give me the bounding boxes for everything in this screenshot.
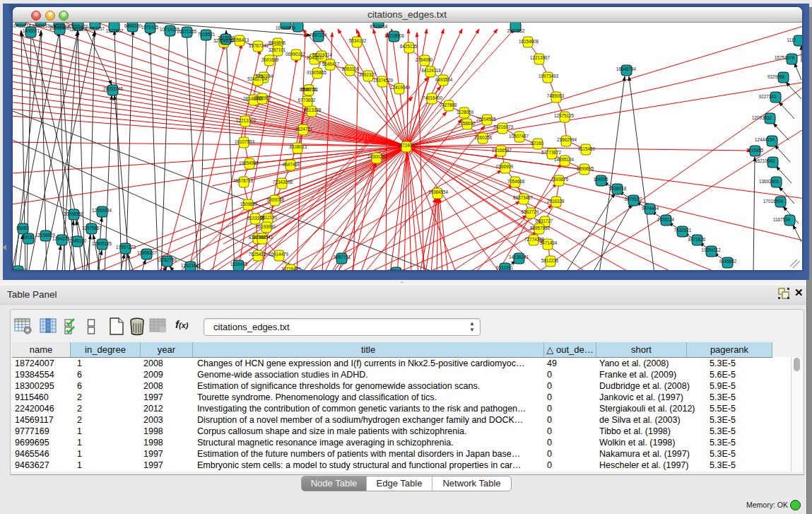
svg-text:8053100: 8053100	[341, 66, 359, 71]
svg-text:5534192: 5534192	[348, 38, 366, 43]
svg-text:36193990: 36193990	[255, 224, 276, 229]
svg-text:85081: 85081	[16, 226, 29, 230]
svg-text:11716485: 11716485	[281, 267, 301, 270]
svg-text:10433218: 10433218	[13, 23, 31, 28]
svg-text:1509839: 1509839	[240, 201, 257, 206]
svg-text:8471626: 8471626	[688, 237, 705, 242]
svg-text:89373467: 89373467	[512, 195, 533, 200]
svg-text:20691406: 20691406	[49, 25, 69, 30]
svg-text:5812236: 5812236	[541, 258, 558, 263]
svg-text:2687682: 2687682	[507, 28, 524, 33]
svg-text:74016400: 74016400	[422, 95, 442, 100]
svg-text:6031931: 6031931	[495, 265, 513, 270]
svg-text:12905185: 12905185	[91, 241, 112, 246]
svg-text:9593103: 9593103	[13, 268, 28, 270]
svg-text:3471434: 3471434	[539, 240, 557, 245]
svg-text:6562729: 6562729	[521, 209, 539, 214]
svg-text:88957986: 88957986	[529, 226, 550, 230]
svg-text:28053346: 28053346	[102, 86, 123, 91]
svg-text:12213967: 12213967	[529, 55, 550, 60]
svg-text:7054668: 7054668	[507, 179, 524, 184]
svg-text:1128059: 1128059	[456, 110, 473, 115]
svg-text:9245652: 9245652	[719, 259, 736, 264]
svg-text:19374529: 19374529	[372, 78, 393, 83]
svg-text:12359934: 12359934	[91, 208, 112, 213]
svg-text:7515526: 7515526	[217, 35, 235, 40]
svg-text:13692901: 13692901	[758, 179, 779, 184]
svg-text:06990162: 06990162	[285, 52, 305, 57]
svg-text:6773602: 6773602	[298, 98, 315, 103]
svg-text:6466160: 6466160	[124, 23, 141, 28]
svg-text:39151: 39151	[22, 235, 35, 240]
svg-text:19300213: 19300213	[367, 154, 387, 159]
svg-text:0647468: 0647468	[282, 162, 300, 167]
svg-text:16107553: 16107553	[234, 139, 254, 144]
svg-text:1161559: 1161559	[69, 27, 86, 32]
svg-text:0366909: 0366909	[495, 164, 513, 169]
svg-text:7693676: 7693676	[551, 177, 568, 182]
svg-text:16782759: 16782759	[156, 257, 177, 262]
svg-text:10653257: 10653257	[84, 26, 105, 31]
svg-text:12213303: 12213303	[235, 118, 256, 123]
svg-text:2784980: 2784980	[415, 57, 433, 62]
svg-text:14136141: 14136141	[508, 255, 529, 259]
svg-text:0831727: 0831727	[535, 218, 553, 223]
svg-text:12419049: 12419049	[389, 85, 410, 90]
svg-text:8813054: 8813054	[370, 24, 387, 29]
svg-text:10958107: 10958107	[136, 250, 157, 255]
svg-text:18724007: 18724007	[396, 143, 417, 148]
svg-text:2691669: 2691669	[261, 57, 278, 62]
svg-text:17957273: 17957273	[115, 245, 136, 250]
svg-text:51462704: 51462704	[247, 76, 267, 81]
svg-text:2935114: 2935114	[657, 217, 674, 222]
svg-text:16154808: 16154808	[518, 39, 539, 44]
svg-text:3092327: 3092327	[358, 72, 376, 77]
svg-text:12923448: 12923448	[180, 263, 201, 268]
svg-text:9329966: 9329966	[767, 74, 784, 79]
svg-text:32975867: 32975867	[81, 226, 102, 230]
svg-text:15751074: 15751074	[774, 55, 794, 60]
svg-text:3287101: 3287101	[268, 47, 286, 52]
svg-text:3215955: 3215955	[746, 148, 763, 153]
svg-text:10973493: 10973493	[538, 74, 558, 78]
svg-text:7485063: 7485063	[546, 93, 564, 98]
svg-text:1345190: 1345190	[69, 238, 86, 243]
svg-text:23662994: 23662994	[556, 137, 577, 142]
svg-text:8108013: 8108013	[289, 144, 307, 149]
svg-text:5938918: 5938918	[608, 186, 626, 191]
svg-text:6899695: 6899695	[576, 166, 594, 171]
svg-text:12375125: 12375125	[553, 113, 574, 118]
svg-text:2880957: 2880957	[254, 95, 271, 100]
svg-text:84124118: 84124118	[421, 68, 441, 73]
svg-text:2260256: 2260256	[474, 135, 492, 140]
svg-text:16053809: 16053809	[275, 25, 295, 30]
svg-text:5646417: 5646417	[322, 62, 339, 66]
svg-text:8849696: 8849696	[268, 40, 286, 45]
svg-text:26204505: 26204505	[476, 117, 496, 122]
svg-text:9657791: 9657791	[333, 255, 351, 259]
svg-text:8425135: 8425135	[399, 44, 417, 49]
svg-text:91905865: 91905865	[306, 70, 326, 75]
svg-text:23166587: 23166587	[491, 148, 512, 153]
svg-text:8506716: 8506716	[299, 87, 317, 92]
svg-text:16671355: 16671355	[176, 29, 196, 34]
svg-text:53767242: 53767242	[248, 43, 269, 48]
svg-text:2016328: 2016328	[546, 199, 564, 204]
svg-text:10654112: 10654112	[701, 247, 721, 252]
svg-text:16210643: 16210643	[754, 158, 775, 163]
svg-text:1071915: 1071915	[141, 25, 158, 30]
svg-text:0781618: 0781618	[387, 269, 404, 270]
svg-text:16914479: 16914479	[268, 252, 288, 257]
svg-text:20208556: 20208556	[63, 211, 83, 216]
svg-text:1316475: 1316475	[230, 262, 247, 267]
svg-text:16648784: 16648784	[616, 66, 636, 71]
svg-text:57773872: 57773872	[541, 150, 561, 155]
svg-text:66319314: 66319314	[312, 52, 332, 57]
svg-text:4493534: 4493534	[435, 77, 452, 82]
svg-text:1527602: 1527602	[105, 28, 123, 33]
svg-text:7515521: 7515521	[197, 32, 215, 37]
svg-text:72343098: 72343098	[272, 180, 293, 185]
svg-text:1117: 1117	[787, 37, 796, 42]
svg-text:46578713: 46578713	[233, 178, 253, 183]
svg-text:9227343: 9227343	[758, 94, 776, 99]
